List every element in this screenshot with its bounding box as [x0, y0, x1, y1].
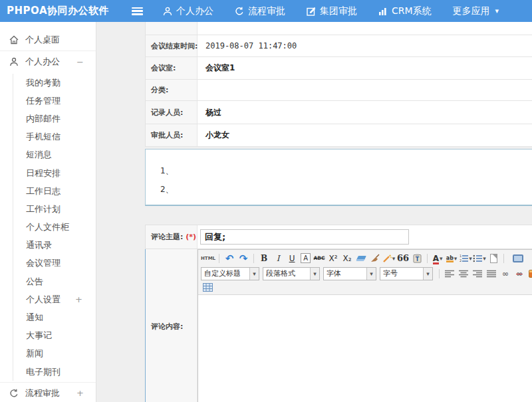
ordered-list-icon[interactable]: 12 ▾ — [459, 252, 472, 264]
comment-content-label: 评论内容: — [146, 249, 198, 402]
field-label: 会议结束时间: — [146, 35, 198, 56]
nav-crm-system[interactable]: CRM系统 — [378, 5, 432, 17]
svg-text:2: 2 — [460, 258, 462, 262]
align-center-icon[interactable] — [457, 268, 470, 280]
redo-icon[interactable]: ↷ — [237, 252, 250, 264]
sidebar-item-meeting-management[interactable]: 会议管理 — [13, 254, 96, 272]
table-row-end-time: 会议结束时间: 2019-08-07 11:47:00 — [146, 35, 532, 57]
table-row-approver: 审批人员: 小龙女 — [146, 124, 532, 147]
sidebar-item-short-message[interactable]: 短消息 — [13, 146, 96, 164]
sidebar-item-personal-settings[interactable]: 个人设置 + — [13, 290, 96, 308]
sidebar-item-personal-office[interactable]: 个人办公 − — [0, 51, 96, 72]
nav-personal-office[interactable]: 个人办公 — [163, 5, 213, 17]
nav-group-approval[interactable]: 集团审批 — [307, 5, 357, 17]
field-value — [198, 80, 532, 100]
unlink-icon[interactable]: ∞ — [513, 268, 526, 280]
sidebar-item-personal-files[interactable]: 个人文件柜 — [13, 219, 96, 237]
table-row-recorder: 记录人员: 杨过 — [146, 101, 532, 124]
italic-button[interactable]: I — [271, 252, 285, 264]
field-label: 记录人员: — [146, 101, 198, 124]
html-source-button[interactable]: HTML — [201, 252, 215, 264]
sidebar-item-major-events[interactable]: 大事记 — [13, 327, 96, 345]
sidebar-item-schedule[interactable]: 日程安排 — [13, 164, 96, 182]
user-icon — [163, 7, 172, 16]
link-icon[interactable]: ∞ — [499, 268, 512, 280]
sidebar-item-internal-mail[interactable]: 内部邮件 — [13, 110, 96, 128]
sidebar-item-process-approval[interactable]: 流程审批 + — [0, 382, 96, 402]
chevron-down-icon: ▾ — [366, 268, 376, 280]
edit-icon — [307, 7, 316, 16]
sidebar-item-e-journal[interactable]: 电子期刊 — [13, 363, 96, 381]
paste-icon[interactable]: T — [410, 252, 424, 264]
sidebar-item-personal-desktop[interactable]: 个人桌面 — [0, 29, 96, 51]
align-left-icon[interactable] — [443, 268, 456, 280]
home-icon — [9, 35, 19, 45]
menu-icon[interactable] — [132, 7, 143, 15]
comment-form: 评论主题: (*) 评论内容: HTML — [145, 225, 532, 402]
custom-heading-select[interactable]: 自定义标题 ▾ — [201, 267, 259, 280]
superscript-button[interactable]: X² — [327, 252, 340, 264]
chevron-down-icon: ▾ — [249, 268, 259, 280]
sidebar-item-sms[interactable]: 手机短信 — [13, 128, 96, 146]
quick-format-icon[interactable]: ▾ — [382, 252, 396, 264]
svg-text:T: T — [415, 256, 419, 262]
strikethrough-button[interactable]: ABC — [313, 252, 326, 264]
minutes-line: 1、 — [160, 161, 532, 180]
expand-icon[interactable]: + — [76, 388, 86, 398]
bar-chart-icon — [378, 7, 388, 15]
editor-content-area[interactable] — [198, 295, 532, 402]
insert-image-icon[interactable] — [527, 268, 532, 280]
comment-topic-input[interactable] — [200, 229, 409, 245]
nav-process-approval[interactable]: 流程审批 — [235, 5, 285, 17]
bullet-list-icon[interactable]: ▾ — [473, 252, 486, 264]
meeting-minutes-box: 1、 2、 — [145, 149, 532, 206]
comment-topic-row: 评论主题: (*) — [145, 225, 532, 249]
required-mark: (*) — [186, 233, 196, 241]
sidebar-item-work-log[interactable]: 工作日志 — [13, 182, 96, 200]
meeting-detail-table: 会议结束时间: 2019-08-07 11:47:00 会议室: 会议室1 分类… — [145, 22, 532, 147]
nav-more-apps[interactable]: 更多应用 ▾ — [453, 5, 499, 17]
sidebar-item-notice[interactable]: 通知 — [13, 308, 96, 326]
collapse-icon[interactable]: − — [76, 57, 86, 67]
editor-toolbar: HTML ↶ ↷ B I U A A — [198, 250, 532, 295]
subscript-button[interactable]: X₂ — [340, 252, 354, 264]
field-value: 小龙女 — [198, 124, 532, 146]
sidebar-item-task-management[interactable]: 任务管理 — [13, 92, 96, 110]
font-family-select[interactable]: 字体 ▾ — [323, 267, 376, 280]
minutes-line: 2、 — [160, 180, 532, 199]
field-label: 审批人员: — [146, 124, 198, 146]
svg-text:1: 1 — [460, 254, 462, 258]
eraser-icon[interactable] — [354, 252, 368, 264]
field-value: 会议室1 — [198, 57, 532, 79]
field-label: 分类: — [146, 80, 198, 100]
justify-icon[interactable] — [485, 268, 498, 280]
chevron-down-icon: ▾ — [495, 7, 499, 15]
rich-text-editor: HTML ↶ ↷ B I U A A — [198, 249, 532, 402]
font-size-select[interactable]: 字号 ▾ — [380, 267, 433, 280]
fullscreen-icon[interactable] — [511, 252, 525, 264]
process-icon — [235, 7, 244, 16]
align-right-icon[interactable] — [471, 268, 484, 280]
main-content: 会议结束时间: 2019-08-07 11:47:00 会议室: 会议室1 分类… — [145, 22, 532, 402]
highlight-color-icon[interactable]: ab ▾ — [445, 252, 458, 264]
comment-topic-label: 评论主题: — [151, 232, 183, 242]
sidebar-item-news[interactable]: 新闻 — [13, 345, 96, 363]
underline-button[interactable]: U — [285, 252, 299, 264]
sidebar-item-my-attendance[interactable]: 我的考勤 — [13, 74, 96, 92]
comment-content-row: 评论内容: HTML ↶ ↷ — [145, 249, 532, 402]
format-painter-icon[interactable] — [368, 252, 382, 264]
insert-table-icon[interactable] — [201, 281, 214, 293]
sidebar-item-announcement[interactable]: 公告 — [13, 272, 96, 290]
expand-icon[interactable]: + — [75, 294, 96, 304]
chevron-down-icon: ▾ — [310, 268, 319, 280]
paragraph-format-select[interactable]: 段落格式 ▾ — [263, 267, 320, 280]
font-color-icon[interactable]: A ▾ — [431, 252, 444, 264]
undo-icon[interactable]: ↶ — [223, 252, 236, 264]
sidebar-item-contacts[interactable]: 通讯录 — [13, 237, 96, 254]
new-document-icon[interactable] — [487, 252, 500, 264]
bold-button[interactable]: B — [257, 252, 271, 264]
font-dialog-button[interactable]: A — [301, 253, 311, 263]
user-icon — [9, 57, 19, 66]
sidebar-item-work-plan[interactable]: 工作计划 — [13, 200, 96, 218]
blockquote-button[interactable]: 66 — [396, 252, 410, 264]
